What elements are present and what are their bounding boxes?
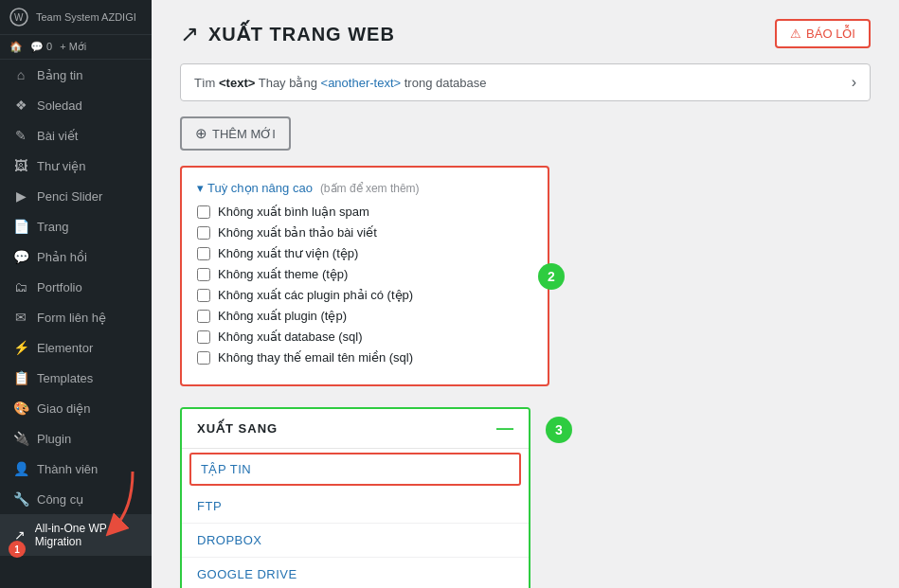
- sidebar-item-label: Portfolio: [37, 280, 82, 294]
- minus-icon[interactable]: —: [496, 419, 513, 438]
- slider-icon: ▶: [12, 188, 29, 204]
- export-option-ftp[interactable]: FTP: [182, 490, 529, 524]
- contact-icon: ✉: [12, 310, 29, 325]
- dashboard-icon: ⌂: [12, 67, 29, 82]
- checkbox-no-db: Không xuất database (sql): [197, 330, 532, 344]
- soledad-icon: ❖: [12, 98, 29, 113]
- sidebar-item-label: Bảng tin: [37, 68, 82, 82]
- sidebar-item-appearance[interactable]: 🎨 Giao diện: [0, 393, 152, 423]
- sidebar-item-label: Penci Slider: [37, 189, 102, 204]
- export-option-google-drive[interactable]: GOOGLE DRIVE: [182, 558, 529, 588]
- badge-3: 3: [546, 417, 572, 443]
- sidebar-item-label: Bài viết: [37, 129, 78, 143]
- sidebar-item-pages[interactable]: 📄 Trang: [0, 211, 152, 241]
- advanced-title[interactable]: ▾ Tuỳ chọn nâng cao (bấm để xem thêm): [197, 181, 532, 195]
- svg-text:W: W: [14, 12, 24, 23]
- no-db-checkbox[interactable]: [197, 330, 210, 344]
- comments-icon: 💬: [12, 249, 29, 264]
- tools-icon: 🔧: [12, 491, 29, 507]
- no-req-plugins-label[interactable]: Không xuất các plugin phải có (tệp): [218, 288, 413, 302]
- sidebar-item-plugins[interactable]: 🔌 Plugin: [0, 423, 152, 454]
- admin-bar-site[interactable]: 🏠: [9, 41, 23, 53]
- checkbox-no-email: Không thay thế email tên miền (sql): [197, 350, 532, 365]
- no-email-label[interactable]: Không thay thế email tên miền (sql): [218, 350, 413, 365]
- sidebar-item-label: Giao diện: [37, 401, 90, 416]
- sidebar-item-label: Elementor: [37, 341, 93, 355]
- no-media-checkbox[interactable]: [197, 247, 210, 260]
- appearance-icon: 🎨: [12, 401, 29, 416]
- sidebar-item-label: Thành viên: [37, 462, 98, 476]
- warning-icon: ⚠: [790, 27, 801, 41]
- export-option-file[interactable]: TẬP TIN: [189, 453, 521, 486]
- toggle-arrow-icon: ▾: [197, 181, 204, 195]
- checkbox-no-draft: Không xuất bản thảo bài viết: [197, 225, 532, 240]
- page-title: ↗ XUẤT TRANG WEB: [180, 21, 395, 47]
- pages-icon: 📄: [12, 219, 29, 234]
- sidebar-item-label: Form liên hệ: [37, 311, 106, 325]
- checkbox-no-req-plugins: Không xuất các plugin phải có (tệp): [197, 288, 532, 302]
- sidebar-item-templates[interactable]: 📋 Templates: [0, 363, 152, 393]
- no-req-plugins-checkbox[interactable]: [197, 289, 210, 302]
- wp-logo-icon: W: [9, 8, 28, 27]
- no-plugins-label[interactable]: Không xuất plugin (tệp): [218, 309, 347, 323]
- export-options: TẬP TIN FTP DROPBOX GOOGLE DRIVE AMAZON …: [182, 453, 529, 588]
- add-new-button[interactable]: ⊕ THÊM MỚI: [180, 116, 291, 151]
- library-icon: 🖼: [12, 158, 29, 173]
- admin-bar: 🏠 💬 0 + Mới: [0, 35, 152, 60]
- checkbox-no-theme: Không xuất theme (tệp): [197, 267, 532, 281]
- templates-icon: 📋: [12, 370, 29, 385]
- migration-badge: 1: [9, 541, 26, 558]
- report-bug-button[interactable]: ⚠ BÁO LỖI: [775, 19, 871, 48]
- sidebar-item-label: Soledad: [37, 98, 82, 113]
- no-email-checkbox[interactable]: [197, 351, 210, 365]
- export-section-wrapper: XUẤT SANG — TẬP TIN FTP DROPBOX GOOGLE D…: [180, 407, 871, 588]
- sidebar-header: W Team System AZDIGI: [0, 0, 152, 35]
- site-name: Team System AZDIGI: [36, 11, 136, 23]
- no-theme-label[interactable]: Không xuất theme (tệp): [218, 267, 348, 281]
- plus-icon: ⊕: [195, 125, 207, 142]
- no-draft-checkbox[interactable]: [197, 226, 210, 240]
- export-option-dropbox[interactable]: DROPBOX: [182, 524, 529, 558]
- admin-bar-comments[interactable]: 💬 0: [30, 41, 52, 53]
- no-db-label[interactable]: Không xuất database (sql): [218, 330, 363, 344]
- no-draft-label[interactable]: Không xuất bản thảo bài viết: [218, 225, 377, 240]
- export-icon: ↗: [180, 21, 199, 47]
- middle-section: ▾ Tuỳ chọn nâng cao (bấm để xem thêm) Kh…: [180, 166, 871, 401]
- badge-3-container: 3: [546, 407, 572, 443]
- users-icon: 👤: [12, 461, 29, 476]
- no-spam-checkbox[interactable]: [197, 205, 210, 219]
- checkbox-no-plugins: Không xuất plugin (tệp): [197, 309, 532, 323]
- main-content: ↗ XUẤT TRANG WEB ⚠ BÁO LỖI Tìm <text> Th…: [152, 0, 899, 588]
- admin-bar-new[interactable]: + Mới: [60, 41, 86, 53]
- portfolio-icon: 🗂: [12, 279, 29, 294]
- checkbox-no-media: Không xuất thư viện (tệp): [197, 246, 532, 260]
- export-header: XUẤT SANG —: [182, 409, 529, 449]
- sidebar-item-contact[interactable]: ✉ Form liên hệ: [0, 302, 152, 332]
- advanced-options-box: ▾ Tuỳ chọn nâng cao (bấm để xem thêm) Kh…: [180, 166, 549, 386]
- sidebar-item-comments[interactable]: 💬 Phản hồi: [0, 241, 152, 272]
- sidebar-item-portfolio[interactable]: 🗂 Portfolio: [0, 272, 152, 302]
- sidebar-item-label: Thư viện: [37, 159, 85, 173]
- export-label: XUẤT SANG: [197, 421, 278, 436]
- sidebar-item-library[interactable]: 🖼 Thư viện: [0, 151, 152, 181]
- sidebar-item-penci-slider[interactable]: ▶ Penci Slider: [0, 181, 152, 211]
- sidebar-item-label: Plugin: [37, 432, 71, 446]
- plugins-icon: 🔌: [12, 431, 29, 446]
- export-section: XUẤT SANG — TẬP TIN FTP DROPBOX GOOGLE D…: [180, 407, 530, 588]
- sidebar-item-label: Công cụ: [37, 492, 83, 507]
- search-bar[interactable]: Tìm <text> Thay bằng <another-text> tron…: [180, 63, 871, 101]
- no-media-label[interactable]: Không xuất thư viện (tệp): [218, 246, 358, 260]
- elementor-icon: ⚡: [12, 340, 29, 355]
- sidebar-item-label: Phản hồi: [37, 250, 87, 264]
- sidebar-item-dashboard[interactable]: ⌂ Bảng tin: [0, 60, 152, 90]
- search-text: Tìm <text> Thay bằng <another-text> tron…: [194, 76, 486, 90]
- sidebar-item-elementor[interactable]: ⚡ Elementor: [0, 332, 152, 363]
- no-spam-label[interactable]: Không xuất bình luận spam: [218, 205, 369, 219]
- checkbox-no-spam: Không xuất bình luận spam: [197, 205, 532, 219]
- sidebar-item-soledad[interactable]: ❖ Soledad: [0, 90, 152, 120]
- no-theme-checkbox[interactable]: [197, 268, 210, 281]
- sidebar-item-label: Trang: [37, 220, 68, 234]
- sidebar-item-posts[interactable]: ✎ Bài viết: [0, 120, 152, 151]
- posts-icon: ✎: [12, 128, 29, 143]
- no-plugins-checkbox[interactable]: [197, 310, 210, 323]
